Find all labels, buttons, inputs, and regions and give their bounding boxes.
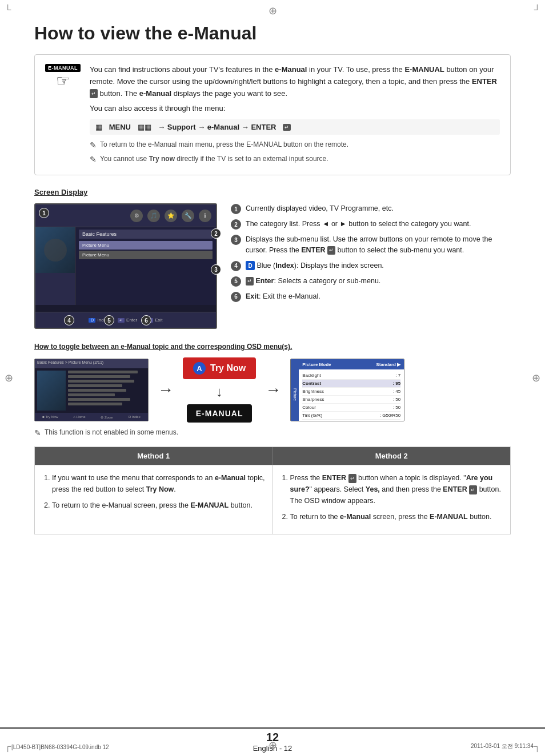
- osd-mode-value: Standard ▶: [376, 362, 400, 367]
- screen-menu-2: Picture Menu: [79, 251, 213, 259]
- toggle-note-text: This function is not enabled in some men…: [45, 428, 178, 436]
- footer-index: D Index: [129, 415, 141, 419]
- e-manual-button[interactable]: E-MANUAL: [187, 404, 253, 423]
- arrow-right-icon: →: [158, 381, 174, 399]
- toggle-note: ✎ This function is not enabled in some m…: [34, 428, 511, 437]
- osd-contrast-value: : 95: [392, 381, 400, 386]
- legend-list: 1 Currently displayed video, TV Programm…: [231, 203, 511, 329]
- toggle-right-text: [68, 371, 146, 411]
- method1-body: If you want to use the menu that corresp…: [35, 465, 273, 534]
- try-now-label: Try Now: [210, 363, 246, 373]
- screen-sidebar-img: [35, 227, 75, 273]
- footer-file-label: [LD450-BT]BN68-03394G-L09.indb 12: [11, 744, 109, 750]
- toggle-left-footer: ■ Try Now ⌂ Home ⊕ Zoom D Index: [35, 413, 148, 421]
- screen-icon-1: ⚙: [130, 210, 143, 222]
- toggle-right-osd-screen: Picture Picture Mode Standard ▶ Backligh…: [290, 359, 404, 421]
- legend-num-1: 1: [231, 204, 241, 214]
- crosshair-bottom-icon: ⊕: [269, 739, 277, 751]
- screen-top-bar: ⚙ 🎵 ⭐ 🔧 ℹ: [35, 204, 216, 227]
- e-manual-badge: E-MANUAL ☞: [45, 64, 81, 166]
- legend-text-1: Currently displayed video, TV Programme,…: [246, 203, 511, 214]
- bottom-exit-label: Exit: [155, 317, 162, 323]
- legend-item-3: 3 Displays the sub-menu list. Use the ar…: [231, 234, 511, 256]
- badge-3: 3: [211, 264, 221, 275]
- methods-section: Method 1 Method 2 If you want to use the…: [34, 447, 511, 534]
- legend-text-5: ↵ Enter: Selects a category or sub-menu.: [246, 276, 511, 287]
- osd-backlight-value: : 7: [395, 373, 400, 378]
- method2-body: Press the ENTER ↵ button when a topic is…: [273, 465, 511, 534]
- osd-mode-label: Picture Mode: [302, 362, 331, 367]
- screen-mockup-wrapper: 1 ⚙ 🎵 ⭐ 🔧 ℹ 2: [34, 203, 217, 329]
- screen-menu-1: Picture Menu: [79, 241, 213, 250]
- screen-icon-4: 🔧: [182, 210, 194, 222]
- osd-row-screen-adj: Screen Adjustment: [302, 420, 400, 421]
- osd-row-brightness: Brightness : 45: [302, 388, 400, 396]
- info-paragraph1: You can find instructions about your TV'…: [90, 64, 500, 99]
- osd-row-colour: Colour : 50: [302, 404, 400, 412]
- text-line-1: [68, 371, 138, 373]
- osd-colour-label: Colour: [302, 405, 316, 410]
- legend-text-6: Exit: Exit the e-Manual.: [246, 291, 511, 302]
- osd-backlight-label: Backlight: [302, 373, 320, 378]
- footer-home: ⌂ Home: [73, 415, 85, 419]
- osd-brightness-value: : 45: [393, 389, 400, 394]
- screen-mockup: 1 ⚙ 🎵 ⭐ 🔧 ℹ 2: [34, 203, 217, 329]
- note-line-1: ✎ To return to the e-Manual main menu, p…: [90, 139, 500, 151]
- osd-sharpness-value: : 50: [393, 397, 400, 402]
- toggle-diagram: Basic Features > Picture Menu (2/11): [34, 357, 511, 423]
- footer-timestamp: 2011-03-01 오전 9:11:34: [471, 742, 534, 750]
- screen-display-title: Screen Display: [34, 188, 511, 196]
- legend-text-4: D Blue (Index): Displays the index scree…: [246, 260, 511, 271]
- osd-tint-value: : G50/R50: [380, 413, 400, 418]
- note-line-2: ✎ You cannot use Try now directly if the…: [90, 154, 500, 166]
- text-line-5: [68, 389, 126, 392]
- bottom-index-icon: D: [89, 318, 95, 323]
- screen-icon-5: ℹ: [199, 210, 211, 222]
- e-manual-hand-icon: ☞: [56, 73, 70, 89]
- enter-icon3: ↵: [327, 246, 335, 255]
- methods-body: If you want to use the menu that corresp…: [34, 465, 511, 534]
- page-wrapper: └ ┘ ┌ ┐ ⊕ ⊕ ⊕ How to view the e-Manual E…: [0, 0, 545, 756]
- text-line-6: [68, 393, 115, 396]
- method1-header: Method 1: [35, 447, 273, 465]
- osd-row-backlight: Backlight : 7: [302, 372, 400, 380]
- method2-step1: Press the ENTER ↵ button when a topic is…: [290, 472, 504, 506]
- legend-num-4: 4: [231, 261, 241, 271]
- method2-header: Method 2: [273, 447, 511, 465]
- osd-header: Picture Mode Standard ▶: [299, 359, 404, 369]
- osd-row-contrast: Contrast : 95: [302, 380, 400, 388]
- osd-row-sharpness: Sharpness : 50: [302, 396, 400, 404]
- screen-category: Basic Features: [79, 230, 213, 239]
- toggle-title: How to toggle between an e-Manual topic …: [34, 343, 511, 351]
- text-line-7: [68, 398, 130, 401]
- try-now-a-icon: A: [193, 362, 206, 375]
- arrow-down-icon: ↓: [216, 384, 223, 400]
- legend-num-2: 2: [231, 219, 241, 230]
- crosshair-top-icon: ⊕: [269, 5, 277, 17]
- info-content: You can find instructions about your TV'…: [90, 64, 500, 166]
- screen-icon-3: ⭐: [165, 210, 177, 222]
- page-title: How to view the e-Manual: [34, 23, 511, 44]
- try-now-button[interactable]: A Try Now: [183, 357, 256, 379]
- screen-icon-2: 🎵: [147, 210, 160, 222]
- bottom-enter-icon: ↵: [118, 318, 125, 323]
- info-box: E-MANUAL ☞ You can find instructions abo…: [34, 54, 511, 175]
- toggle-section: How to toggle between an e-Manual topic …: [34, 343, 511, 534]
- legend-item-2: 2 The category list. Press ◄ or ► button…: [231, 219, 511, 230]
- legend-text-2: The category list. Press ◄ or ► button t…: [246, 219, 511, 230]
- screen-display-content: 1 ⚙ 🎵 ⭐ 🔧 ℹ 2: [34, 203, 511, 329]
- osd-body: Backlight : 7 Contrast : 95 Brightness :…: [299, 369, 404, 421]
- center-buttons: A Try Now ↓ E-MANUAL: [183, 357, 256, 423]
- crosshair-right-icon: ⊕: [532, 372, 540, 384]
- osd-colour-value: : 50: [393, 405, 400, 410]
- enter-icon2: ↵: [283, 124, 291, 131]
- toggle-left-header: Basic Features > Picture Menu (2/11): [35, 359, 148, 368]
- menu-grid-icon: ▦: [95, 123, 102, 131]
- note-text-1: To return to the e-Manual main menu, pre…: [100, 139, 348, 150]
- enter-icon6: ↵: [469, 485, 477, 494]
- info-paragraph2: You can also access it through the menu:: [90, 103, 500, 115]
- legend-num-6: 6: [231, 292, 241, 302]
- screen-body: Basic Features Picture Menu Picture Menu: [35, 227, 216, 305]
- osd-tint-label: Tint (G/R): [302, 413, 322, 418]
- legend-num-5: 5: [231, 276, 241, 287]
